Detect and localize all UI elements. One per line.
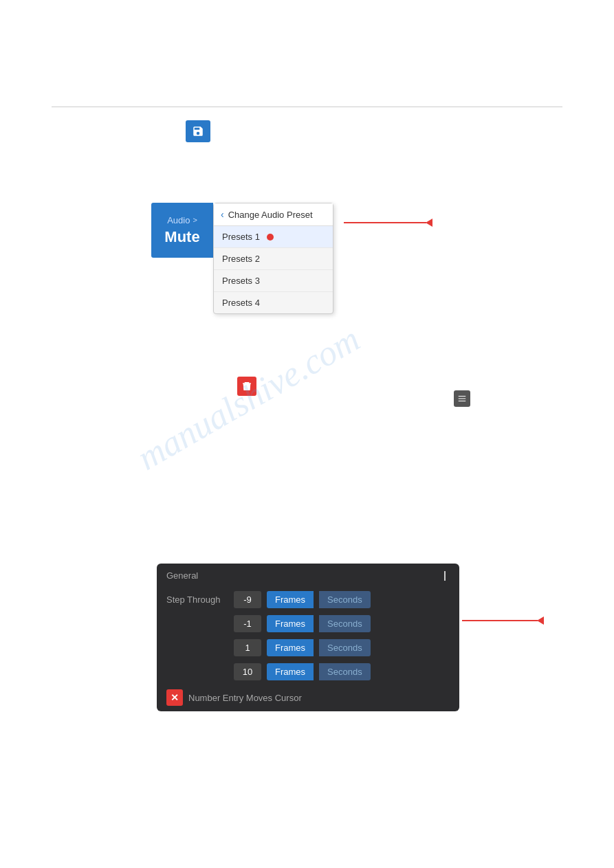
- seconds-btn-3[interactable]: Seconds: [319, 639, 371, 656]
- frames-btn-3[interactable]: Frames: [267, 639, 314, 656]
- trash-icon: [241, 381, 252, 392]
- frames-btn-1[interactable]: Frames: [267, 591, 314, 608]
- floppy-icon: [192, 125, 204, 137]
- settings-row-2: -1 Frames Seconds: [157, 612, 459, 636]
- preset-item-1-label: Presets 1: [222, 232, 260, 242]
- step-value-3[interactable]: 1: [234, 639, 261, 656]
- preset-item-4[interactable]: Presets 4: [214, 292, 333, 313]
- preset-item-2[interactable]: Presets 2: [214, 248, 333, 270]
- settings-panel: General Step Through -9 Frames Seconds -…: [157, 564, 459, 711]
- preset-popup-header: ‹ Change Audio Preset: [214, 203, 333, 226]
- seconds-btn-2[interactable]: Seconds: [319, 615, 371, 632]
- cursor-indicator: [444, 571, 450, 581]
- delete-icon-red[interactable]: [237, 377, 256, 396]
- footer-text: Number Entry Moves Cursor: [188, 693, 302, 703]
- red-arrow-head-1: [426, 219, 432, 227]
- audio-label: Audio >: [167, 215, 197, 225]
- step-value-1[interactable]: -9: [234, 591, 261, 608]
- save-icon-container: [186, 120, 210, 142]
- audio-preset-area: Audio > Mute ‹ Change Audio Preset Prese…: [151, 203, 333, 314]
- frames-btn-2[interactable]: Frames: [267, 615, 314, 632]
- settings-row-1: Step Through -9 Frames Seconds: [157, 588, 459, 612]
- svg-rect-0: [245, 386, 246, 389]
- settings-panel-header: General: [157, 564, 459, 588]
- chevron-icon: >: [193, 216, 197, 224]
- preset-item-2-label: Presets 2: [222, 254, 260, 264]
- preset-item-1[interactable]: Presets 1: [214, 226, 333, 248]
- svg-rect-1: [248, 386, 248, 389]
- audio-label-text: Audio: [167, 215, 190, 225]
- settings-row-4: 10 Frames Seconds: [157, 660, 459, 684]
- popup-title: Change Audio Preset: [228, 210, 313, 220]
- selected-dot: [267, 234, 274, 241]
- settings-icon: [457, 394, 467, 403]
- preset-item-4-label: Presets 4: [222, 298, 260, 308]
- audio-button[interactable]: Audio > Mute: [151, 203, 213, 258]
- dark-settings-icon[interactable]: [454, 390, 470, 407]
- step-value-2[interactable]: -1: [234, 615, 261, 632]
- watermark: manualshive.com: [131, 318, 366, 478]
- preset-item-3-label: Presets 3: [222, 276, 260, 286]
- red-arrow-line-2: [462, 620, 538, 621]
- general-label: General: [166, 570, 198, 581]
- settings-footer: ✕ Number Entry Moves Cursor: [157, 684, 459, 711]
- divider-line: [52, 107, 562, 107]
- red-arrow-head-2: [537, 616, 544, 625]
- red-arrow-line-1: [344, 222, 426, 223]
- seconds-btn-4[interactable]: Seconds: [319, 663, 371, 680]
- preset-item-3[interactable]: Presets 3: [214, 270, 333, 292]
- x-button[interactable]: ✕: [166, 689, 183, 706]
- step-through-label: Step Through: [166, 594, 228, 605]
- back-arrow-icon[interactable]: ‹: [221, 209, 224, 220]
- step-value-4[interactable]: 10: [234, 663, 261, 680]
- save-button[interactable]: [186, 120, 210, 142]
- settings-row-3: 1 Frames Seconds: [157, 636, 459, 660]
- seconds-btn-1[interactable]: Seconds: [319, 591, 371, 608]
- mute-text: Mute: [164, 228, 199, 246]
- preset-popup: ‹ Change Audio Preset Presets 1 Presets …: [213, 203, 333, 314]
- frames-btn-4[interactable]: Frames: [267, 663, 314, 680]
- red-arrow-2: [462, 616, 544, 625]
- red-arrow-1: [344, 219, 432, 227]
